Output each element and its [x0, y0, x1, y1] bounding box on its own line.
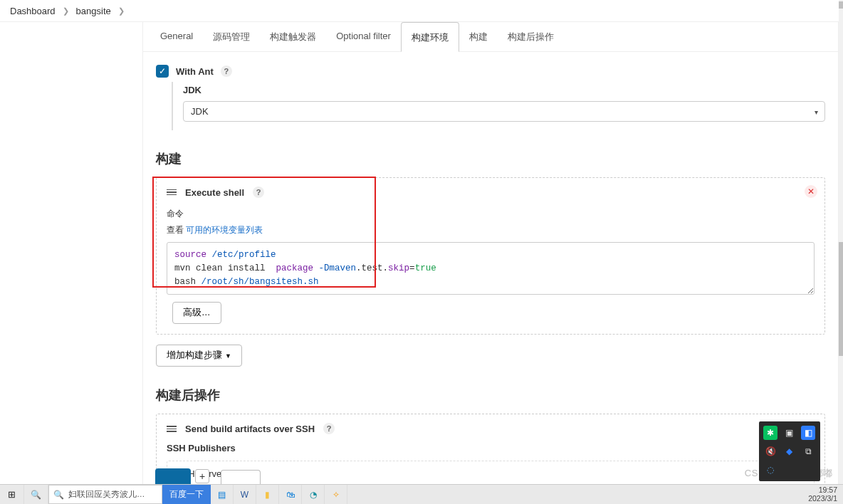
- taskbar-app-icon[interactable]: ✧: [325, 485, 347, 504]
- tray-icon[interactable]: ◧: [801, 426, 815, 440]
- add-build-step-button[interactable]: 增加构建步骤 ▼: [156, 345, 242, 367]
- ssh-server-label: SSH Server: [176, 468, 805, 479]
- delete-step-button[interactable]: ✕: [805, 185, 817, 198]
- taskbar-time: 19:57: [808, 486, 837, 495]
- tab-optional-filter[interactable]: Optional filter: [326, 22, 401, 51]
- tab-build[interactable]: 构建: [459, 22, 498, 51]
- jdk-block: JDK JDK ▾: [172, 82, 825, 130]
- breadcrumb-bangsite[interactable]: bangsite: [76, 6, 111, 16]
- vertical-scrollbar[interactable]: [839, 0, 843, 504]
- taskbar-app-edge-icon[interactable]: ◔: [302, 485, 325, 504]
- save-button-partial[interactable]: [155, 468, 191, 484]
- add-step-label: 增加构建步骤: [167, 350, 222, 362]
- help-icon[interactable]: ?: [253, 187, 264, 198]
- chevron-right-icon: ❯: [118, 6, 125, 16]
- taskbar-app-explorer-icon[interactable]: ▮: [256, 485, 279, 504]
- advanced-button[interactable]: 高级…: [172, 302, 221, 324]
- tray-icon[interactable]: ◌: [763, 463, 777, 477]
- start-button[interactable]: ⊞: [0, 485, 24, 504]
- build-section-title: 构建: [156, 150, 825, 167]
- with-ant-checkbox[interactable]: ✓: [156, 65, 169, 78]
- breadcrumb: Dashboard ❯ bangsite ❯: [0, 0, 843, 22]
- help-icon[interactable]: ?: [221, 65, 232, 77]
- baidu-search-button[interactable]: 百度一下: [162, 485, 211, 504]
- tray-icon[interactable]: ⧉: [801, 444, 815, 458]
- breadcrumb-dashboard[interactable]: Dashboard: [10, 6, 56, 16]
- tab-post-build[interactable]: 构建后操作: [498, 22, 564, 51]
- tab-build-env[interactable]: 构建环境: [401, 22, 459, 52]
- page-body: General 源码管理 构建触发器 Optional filter 构建环境 …: [0, 22, 839, 484]
- chevron-down-icon: ▾: [815, 107, 818, 115]
- post-build-section-title: 构建后操作: [156, 387, 825, 404]
- with-ant-row: ✓ With Ant ?: [156, 59, 825, 82]
- ssh-publishers-label: SSH Publishers: [167, 443, 815, 453]
- shield-icon[interactable]: ◆: [782, 444, 797, 458]
- step-title: Execute shell: [185, 187, 244, 198]
- windows-taskbar: ⊞ 🔍 🔍 百度一下 ▤ W ▮ 🛍 ◔ ✧ 19:57 2023/3/1: [0, 484, 843, 504]
- tab-general[interactable]: General: [150, 22, 203, 51]
- advanced-label: 高级…: [183, 307, 211, 319]
- taskbar-search-input[interactable]: [68, 490, 157, 499]
- tray-icon[interactable]: ▣: [782, 426, 797, 440]
- bottom-button-partial[interactable]: [221, 470, 261, 484]
- env-prefix: 查看: [167, 225, 186, 235]
- with-ant-label: With Ant: [176, 66, 214, 77]
- scroll-thumb[interactable]: [839, 242, 843, 356]
- config-tabs: General 源码管理 构建触发器 Optional filter 构建环境 …: [143, 22, 838, 52]
- help-icon[interactable]: ?: [323, 423, 335, 434]
- jdk-select[interactable]: JDK: [183, 101, 825, 122]
- search-icon[interactable]: 🔍: [24, 485, 48, 504]
- env-vars-link[interactable]: 可用的环境变量列表: [186, 225, 263, 235]
- jdk-field-label: JDK: [183, 85, 825, 95]
- step-title: Send build artifacts over SSH: [185, 424, 315, 434]
- taskbar-app-store-icon[interactable]: 🛍: [279, 485, 302, 504]
- wechat-icon[interactable]: ✱: [763, 426, 777, 440]
- floating-app-tray: ✱ ▣ ◧ 🔇 ◆ ⧉ ◌: [759, 421, 820, 481]
- tab-scm[interactable]: 源码管理: [203, 22, 260, 51]
- ssh-server-block: SSH Server ✕: [167, 461, 815, 484]
- taskbar-app-word-icon[interactable]: W: [234, 485, 256, 504]
- command-label: 命令: [167, 208, 815, 220]
- drag-handle-icon[interactable]: [167, 189, 177, 196]
- taskbar-search-box[interactable]: 🔍: [48, 485, 162, 504]
- chevron-down-icon: ▼: [225, 352, 231, 359]
- taskbar-app-icon[interactable]: ▤: [211, 485, 234, 504]
- shell-command-textarea[interactable]: source /etc/profile mvn clean install pa…: [167, 242, 815, 295]
- search-icon: 🔍: [53, 490, 64, 500]
- chevron-right-icon: ❯: [63, 6, 69, 16]
- drag-handle-icon[interactable]: [167, 426, 177, 432]
- env-link-row: 查看 可用的环境变量列表: [167, 224, 815, 236]
- tab-triggers[interactable]: 构建触发器: [260, 22, 326, 51]
- taskbar-clock[interactable]: 19:57 2023/3/1: [802, 485, 843, 504]
- build-step-execute-shell: Execute shell ? ✕ 命令 查看 可用的环境变量列表 source…: [156, 177, 825, 335]
- taskbar-date: 2023/3/1: [808, 495, 837, 503]
- apply-button-partial[interactable]: +: [195, 469, 209, 483]
- scroll-up-arrow-icon[interactable]: [839, 1, 843, 9]
- volume-mute-icon[interactable]: 🔇: [763, 444, 777, 458]
